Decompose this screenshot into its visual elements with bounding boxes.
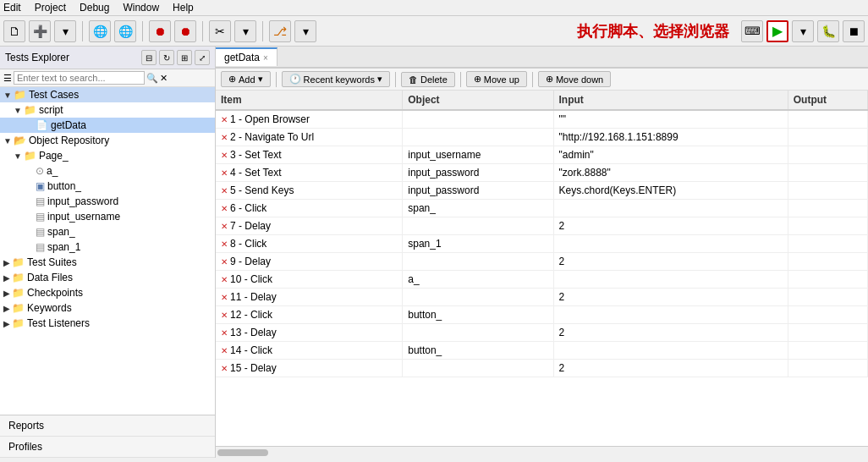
cell-output — [788, 235, 867, 253]
tree-item-span1[interactable]: ▤ span_1 — [0, 239, 215, 255]
tree-label-checkpoints: Checkpoints — [27, 287, 83, 299]
tree-label-input-password: input_password — [47, 195, 118, 207]
horizontal-scrollbar[interactable] — [216, 446, 868, 458]
collapse-all-btn[interactable]: ⊟ — [141, 50, 157, 65]
arrow-test-cases: ▼ — [3, 91, 12, 100]
tree-item-page[interactable]: ▼ 📁 Page_ — [0, 148, 215, 163]
record2-btn[interactable]: ⏺ — [174, 20, 196, 42]
tab-getData-close[interactable]: × — [263, 53, 268, 63]
tree-item-span[interactable]: ▤ span_ — [0, 224, 215, 239]
tab-getData[interactable]: getData × — [216, 47, 277, 66]
tree-item-test-listeners[interactable]: ▶ 📁 Test Listeners — [0, 316, 215, 331]
add-dropdown-icon[interactable]: ▾ — [258, 74, 263, 85]
git-dropdown[interactable]: ▾ — [294, 20, 316, 42]
search-input[interactable] — [14, 71, 145, 85]
add-dropdown[interactable]: ▾ — [54, 20, 76, 42]
new-btn[interactable]: 🗋 — [3, 20, 25, 42]
table-row[interactable]: ✕10 - Click a_ — [216, 271, 868, 289]
row-error-icon: ✕ — [221, 293, 228, 302]
bottom-nav: Reports Profiles — [0, 415, 215, 458]
scrollbar-thumb[interactable] — [217, 449, 268, 456]
debug-btn[interactable]: 🐛 — [817, 20, 839, 42]
cell-item: ✕3 - Set Text — [216, 146, 403, 164]
delete-btn[interactable]: 🗑 Delete — [401, 72, 455, 87]
menu-window[interactable]: Window — [123, 2, 159, 14]
cell-item: ✕11 - Delay — [216, 289, 403, 306]
menu-project[interactable]: Project — [35, 2, 66, 14]
tree-item-test-cases[interactable]: ▼ 📁 Test Cases — [0, 87, 215, 102]
scissors-dropdown[interactable]: ▾ — [234, 20, 256, 42]
console-btn[interactable]: ⌨ — [741, 20, 763, 42]
sync-btn[interactable]: ↻ — [159, 50, 174, 65]
nav-reports[interactable]: Reports — [0, 415, 215, 437]
run-btn[interactable]: ▶ — [766, 20, 788, 42]
menu-edit[interactable]: Edit — [3, 2, 21, 14]
table-row[interactable]: ✕7 - Delay 2 — [216, 217, 868, 235]
menu-help[interactable]: Help — [173, 2, 194, 14]
tree-item-a[interactable]: ⊙ a_ — [0, 163, 215, 179]
recent-dropdown-icon[interactable]: ▾ — [377, 74, 382, 85]
cell-item: ✕14 - Click — [216, 342, 403, 360]
cell-object: input_username — [403, 146, 553, 164]
steps-table: Item Object Input Output ✕1 - Open Brows… — [216, 91, 868, 377]
sep2 — [142, 21, 143, 41]
cell-input: Keys.chord(Keys.ENTER) — [553, 182, 788, 200]
scissors-btn[interactable]: ✂ — [209, 20, 231, 42]
table-row[interactable]: ✕3 - Set Text input_username "admin" — [216, 146, 868, 164]
expand-btn[interactable]: ⊞ — [177, 50, 192, 65]
tree-item-input-password[interactable]: ▤ input_password — [0, 194, 215, 209]
cell-item: ✕10 - Click — [216, 271, 403, 289]
globe2-btn[interactable]: 🌐 — [114, 20, 136, 42]
table-row[interactable]: ✕1 - Open Browser "" — [216, 110, 868, 129]
cell-object: a_ — [403, 271, 553, 289]
add-action-btn[interactable]: ⊕ Add ▾ — [221, 71, 271, 87]
cell-output — [788, 200, 867, 217]
cell-output — [788, 342, 867, 360]
maximize-btn[interactable]: ⤢ — [195, 50, 210, 65]
add-btn[interactable]: ➕ — [29, 20, 51, 42]
menu-debug[interactable]: Debug — [80, 2, 109, 14]
tree-item-script[interactable]: ▼ 📁 script — [0, 102, 215, 118]
globe-btn[interactable]: 🌐 — [89, 20, 111, 42]
table-row[interactable]: ✕12 - Click button_ — [216, 306, 868, 324]
table-row[interactable]: ✕4 - Set Text input_password "zork.8888" — [216, 164, 868, 182]
tree-item-checkpoints[interactable]: ▶ 📁 Checkpoints — [0, 285, 215, 300]
table-row[interactable]: ✕15 - Delay 2 — [216, 360, 868, 377]
action-sep1 — [276, 72, 277, 87]
git-btn[interactable]: ⎇ — [269, 20, 291, 42]
table-container[interactable]: Item Object Input Output ✕1 - Open Brows… — [216, 91, 868, 446]
table-row[interactable]: ✕8 - Click span_1 — [216, 235, 868, 253]
run-dropdown[interactable]: ▾ — [792, 20, 814, 42]
table-row[interactable]: ✕14 - Click button_ — [216, 342, 868, 360]
cell-output — [788, 129, 867, 146]
nav-profiles[interactable]: Profiles — [0, 437, 215, 458]
row-error-icon: ✕ — [221, 222, 228, 231]
search-icon[interactable]: 🔍 — [146, 73, 158, 84]
cell-object: span_1 — [403, 235, 553, 253]
cell-output — [788, 253, 867, 271]
tree-item-button[interactable]: ▣ button_ — [0, 179, 215, 194]
recent-keywords-btn[interactable]: 🕐 Recent keywords ▾ — [282, 71, 390, 87]
table-row[interactable]: ✕9 - Delay 2 — [216, 253, 868, 271]
clock-icon: 🕐 — [289, 74, 301, 85]
move-down-btn[interactable]: ⊕ Move down — [538, 71, 611, 87]
tree-item-getData[interactable]: 📄 getData — [0, 118, 215, 133]
record-btn[interactable]: ⏺ — [149, 20, 171, 42]
tree-item-data-files[interactable]: ▶ 📁 Data Files — [0, 270, 215, 285]
cell-output — [788, 360, 867, 377]
table-row[interactable]: ✕5 - Send Keys input_password Keys.chord… — [216, 182, 868, 200]
clear-search-icon[interactable]: ✕ — [160, 73, 168, 84]
tree-item-input-username[interactable]: ▤ input_username — [0, 209, 215, 224]
table-row[interactable]: ✕11 - Delay 2 — [216, 289, 868, 306]
tree-item-object-repository[interactable]: ▼ 📂 Object Repository — [0, 133, 215, 148]
tree-item-test-suites[interactable]: ▶ 📁 Test Suites — [0, 255, 215, 270]
move-up-btn[interactable]: ⊕ Move up — [466, 71, 527, 87]
stop-btn[interactable]: ⏹ — [843, 20, 865, 42]
table-row[interactable]: ✕6 - Click span_ — [216, 200, 868, 217]
right-panel: getData × ⊕ Add ▾ 🕐 Recent keywords ▾ 🗑 … — [216, 47, 868, 458]
table-row[interactable]: ✕2 - Navigate To Url "http://192.168.1.1… — [216, 129, 868, 146]
cell-object: input_password — [403, 164, 553, 182]
tree-item-keywords[interactable]: ▶ 📁 Keywords — [0, 300, 215, 316]
table-row[interactable]: ✕13 - Delay 2 — [216, 324, 868, 342]
cell-input — [553, 306, 788, 324]
